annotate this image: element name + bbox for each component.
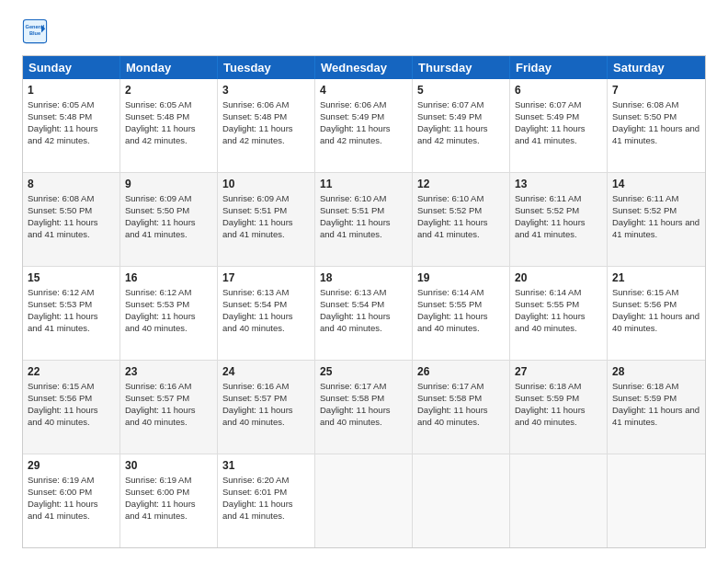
day-cell-21: 21 Sunrise: 6:15 AM Sunset: 5:56 PM Dayl… [608,267,705,360]
day-cell-2: 2 Sunrise: 6:05 AM Sunset: 5:48 PM Dayli… [120,79,218,172]
day-cell-28: 28 Sunrise: 6:18 AM Sunset: 5:59 PM Dayl… [608,361,705,454]
day-number: 13 [515,177,602,191]
day-cell-12: 12 Sunrise: 6:10 AM Sunset: 5:52 PM Dayl… [413,173,510,266]
daylight-text: Daylight: 11 hours and 41 minutes. [515,123,586,145]
weekday-header-thursday: Thursday [413,56,510,79]
day-number: 18 [320,270,407,285]
sunset-text: Sunset: 5:58 PM [320,393,384,403]
sunset-text: Sunset: 5:57 PM [125,393,189,403]
day-number: 2 [125,83,212,98]
sunrise-text: Sunrise: 6:09 AM [222,193,289,203]
sunset-text: Sunset: 5:51 PM [320,205,384,215]
sunset-text: Sunset: 6:00 PM [125,487,189,497]
sunset-text: Sunset: 5:50 PM [28,205,92,215]
sunset-text: Sunset: 5:55 PM [515,299,579,309]
weekday-header-wednesday: Wednesday [315,56,413,79]
day-cell-5: 5 Sunrise: 6:07 AM Sunset: 5:49 PM Dayli… [413,79,510,172]
daylight-text: Daylight: 11 hours and 41 minutes. [28,217,98,239]
sunset-text: Sunset: 6:01 PM [222,487,287,497]
sunrise-text: Sunrise: 6:14 AM [515,287,581,297]
daylight-text: Daylight: 11 hours and 40 minutes. [125,311,196,333]
day-number: 19 [417,270,505,285]
sunset-text: Sunset: 5:54 PM [222,299,287,309]
day-cell-3: 3 Sunrise: 6:06 AM Sunset: 5:48 PM Dayli… [218,79,315,172]
day-number: 21 [612,270,700,285]
day-cell-7: 7 Sunrise: 6:08 AM Sunset: 5:50 PM Dayli… [608,79,705,172]
daylight-text: Daylight: 11 hours and 41 minutes. [320,217,391,239]
sunrise-text: Sunrise: 6:05 AM [125,99,191,109]
empty-cell [315,454,413,547]
cal-row-2: 15 Sunrise: 6:12 AM Sunset: 5:53 PM Dayl… [23,267,705,361]
sunset-text: Sunset: 5:55 PM [417,299,482,309]
sunset-text: Sunset: 5:53 PM [28,299,92,309]
daylight-text: Daylight: 11 hours and 42 minutes. [125,123,196,145]
sunset-text: Sunset: 5:49 PM [515,111,579,121]
daylight-text: Daylight: 11 hours and 40 minutes. [612,311,700,333]
sunset-text: Sunset: 5:52 PM [417,205,482,215]
cal-row-3: 22 Sunrise: 6:15 AM Sunset: 5:56 PM Dayl… [23,361,705,454]
sunset-text: Sunset: 5:59 PM [612,393,677,403]
calendar: SundayMondayTuesdayWednesdayThursdayFrid… [22,55,706,548]
daylight-text: Daylight: 11 hours and 41 minutes. [612,405,700,427]
day-number: 25 [320,364,407,379]
daylight-text: Daylight: 11 hours and 41 minutes. [125,217,196,239]
svg-text:Blue: Blue [29,30,40,36]
day-number: 20 [515,270,602,285]
day-number: 5 [417,83,505,98]
weekday-header-friday: Friday [510,56,608,79]
day-cell-27: 27 Sunrise: 6:18 AM Sunset: 5:59 PM Dayl… [510,361,608,454]
day-cell-9: 9 Sunrise: 6:09 AM Sunset: 5:50 PM Dayli… [120,173,218,266]
daylight-text: Daylight: 11 hours and 41 minutes. [417,217,488,239]
sunrise-text: Sunrise: 6:17 AM [417,381,483,391]
daylight-text: Daylight: 11 hours and 40 minutes. [320,405,391,427]
sunset-text: Sunset: 5:49 PM [417,111,482,121]
day-cell-20: 20 Sunrise: 6:14 AM Sunset: 5:55 PM Dayl… [510,267,608,360]
day-number: 8 [28,177,115,191]
sunrise-text: Sunrise: 6:19 AM [125,475,191,485]
day-cell-31: 31 Sunrise: 6:20 AM Sunset: 6:01 PM Dayl… [218,454,315,547]
sunrise-text: Sunrise: 6:07 AM [515,99,581,109]
empty-cell [510,454,608,547]
sunrise-text: Sunrise: 6:06 AM [222,99,289,109]
sunrise-text: Sunrise: 6:11 AM [515,193,581,203]
empty-cell [413,454,510,547]
day-cell-10: 10 Sunrise: 6:09 AM Sunset: 5:51 PM Dayl… [218,173,315,266]
sunset-text: Sunset: 5:59 PM [515,393,579,403]
sunset-text: Sunset: 5:56 PM [28,393,92,403]
sunset-text: Sunset: 5:48 PM [28,111,92,121]
daylight-text: Daylight: 11 hours and 41 minutes. [612,123,700,145]
page: General Blue SundayMondayTuesdayWednesda… [0,0,728,563]
sunset-text: Sunset: 5:50 PM [125,205,189,215]
daylight-text: Daylight: 11 hours and 40 minutes. [320,311,391,333]
daylight-text: Daylight: 11 hours and 40 minutes. [222,405,293,427]
sunrise-text: Sunrise: 6:20 AM [222,475,289,485]
day-cell-30: 30 Sunrise: 6:19 AM Sunset: 6:00 PM Dayl… [120,454,218,547]
day-number: 22 [28,364,115,379]
cal-row-0: 1 Sunrise: 6:05 AM Sunset: 5:48 PM Dayli… [23,79,705,173]
weekday-header-tuesday: Tuesday [218,56,315,79]
sunrise-text: Sunrise: 6:10 AM [320,193,386,203]
day-cell-16: 16 Sunrise: 6:12 AM Sunset: 5:53 PM Dayl… [120,267,218,360]
sunrise-text: Sunrise: 6:16 AM [125,381,191,391]
sunrise-text: Sunrise: 6:05 AM [28,99,94,109]
day-number: 17 [222,270,310,285]
day-number: 11 [320,177,407,191]
daylight-text: Daylight: 11 hours and 41 minutes. [222,499,293,521]
sunrise-text: Sunrise: 6:06 AM [320,99,386,109]
day-number: 3 [222,83,310,98]
day-number: 6 [515,83,602,98]
day-number: 1 [28,83,115,98]
day-cell-22: 22 Sunrise: 6:15 AM Sunset: 5:56 PM Dayl… [23,361,120,454]
sunset-text: Sunset: 5:48 PM [222,111,287,121]
cal-row-1: 8 Sunrise: 6:08 AM Sunset: 5:50 PM Dayli… [23,173,705,267]
daylight-text: Daylight: 11 hours and 42 minutes. [320,123,391,145]
weekday-header-sunday: Sunday [23,56,120,79]
daylight-text: Daylight: 11 hours and 42 minutes. [28,123,98,145]
header: General Blue [22,18,706,44]
sunset-text: Sunset: 5:51 PM [222,205,287,215]
sunrise-text: Sunrise: 6:18 AM [515,381,581,391]
sunset-text: Sunset: 5:54 PM [320,299,384,309]
sunrise-text: Sunrise: 6:14 AM [417,287,483,297]
day-number: 23 [125,364,212,379]
sunset-text: Sunset: 5:58 PM [417,393,482,403]
